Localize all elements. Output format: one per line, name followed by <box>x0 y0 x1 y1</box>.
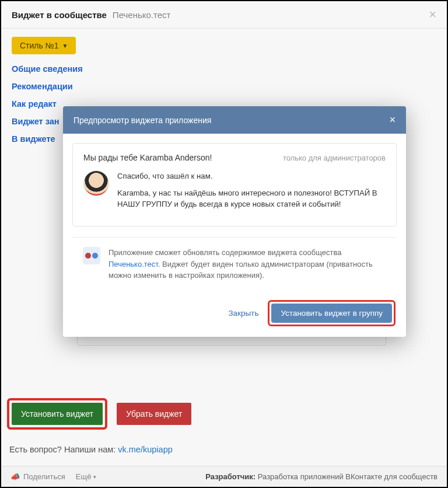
greeting-line: Спасибо, что зашёл к нам. <box>117 170 386 182</box>
app-icon <box>83 247 100 264</box>
modal-footer: Закрыть Установить виджет в группу <box>63 291 406 337</box>
body-line: Karamba, у нас ты найдёшь много интересн… <box>117 187 386 210</box>
nav-item-recommendations[interactable]: Рекомендации <box>12 78 436 95</box>
chevron-down-icon: ▾ <box>93 474 96 480</box>
widget-welcome-title: Мы рады тебе Karamba Anderson! <box>83 153 283 162</box>
style-dropdown[interactable]: Стиль №1 ▼ <box>12 37 76 54</box>
more-button[interactable]: Ещё ▾ <box>76 472 97 481</box>
modal-title: Предпросмотр виджета приложения <box>74 116 211 125</box>
window-header: Виджет в сообществе Печенько.тест × <box>1 1 447 29</box>
share-button[interactable]: 📣 Поделиться <box>10 472 65 481</box>
install-widget-button[interactable]: Установить виджет <box>12 403 103 425</box>
developer-label: Разработчик: <box>205 472 256 481</box>
widget-card: Мы рады тебе Karamba Anderson! только дл… <box>72 143 397 226</box>
developer-value: Разработка приложений ВКонтакте для сооб… <box>258 472 438 481</box>
page-footer: 📣 Поделиться Ещё ▾ Разработчик: Разработ… <box>1 466 447 487</box>
community-link[interactable]: Печенько.тест <box>108 260 158 269</box>
contact-link[interactable]: vk.me/kupiapp <box>118 445 173 454</box>
widget-preview-modal: Предпросмотр виджета приложения × Мы рад… <box>63 106 406 337</box>
permission-text: Приложение сможет обновлять содержимое в… <box>108 247 386 281</box>
window-title: Виджет в сообществе <box>12 10 107 20</box>
highlight-install: Установить виджет <box>7 398 107 430</box>
avatar <box>83 170 109 196</box>
megaphone-icon: 📣 <box>10 472 20 481</box>
nav-item-general[interactable]: Общие сведения <box>12 60 436 78</box>
community-name: Печенько.тест <box>113 10 171 20</box>
remove-widget-button[interactable]: Убрать виджет <box>117 403 191 425</box>
more-label: Ещё <box>76 472 92 481</box>
modal-header: Предпросмотр виджета приложения × <box>63 106 406 134</box>
question-line: Есть вопрос? Напиши нам: vk.me/kupiapp <box>9 445 173 454</box>
admins-only-label: только для администраторов <box>283 154 386 162</box>
info-prefix: Приложение сможет обновлять содержимое в… <box>108 248 341 257</box>
developer-info: Разработчик: Разработка приложений ВКонт… <box>205 472 438 481</box>
style-label: Стиль №1 <box>20 41 59 50</box>
install-widget-group-button[interactable]: Установить виджет в группу <box>271 304 392 323</box>
modal-body: Мы рады тебе Karamba Anderson! только дл… <box>63 134 406 291</box>
permission-row: Приложение сможет обновлять содержимое в… <box>72 237 397 281</box>
highlight-install-group: Установить виджет в группу <box>268 300 396 326</box>
close-icon[interactable]: × <box>389 114 396 126</box>
close-button[interactable]: Закрыть <box>228 309 258 318</box>
close-icon[interactable]: × <box>429 7 436 22</box>
question-prefix: Есть вопрос? Напиши нам: <box>9 445 118 454</box>
widget-text: Спасибо, что зашёл к нам. Karamba, у нас… <box>117 170 386 215</box>
chevron-down-icon: ▼ <box>62 43 68 49</box>
share-label: Поделиться <box>23 472 65 481</box>
action-row: Установить виджет Убрать виджет <box>7 398 191 430</box>
